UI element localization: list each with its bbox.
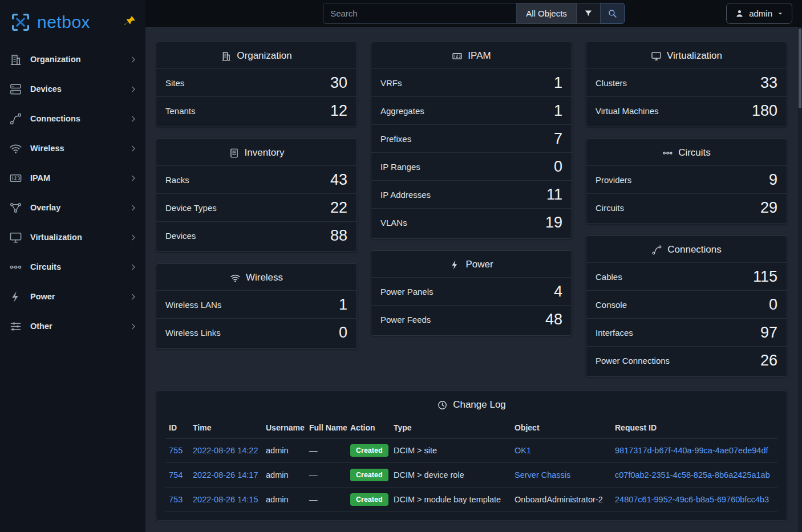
sidebar-item-devices[interactable]: Devices bbox=[0, 74, 145, 104]
stat-value: 1 bbox=[339, 296, 347, 314]
stat-row-vrfs[interactable]: VRFs 1 bbox=[371, 68, 572, 96]
changelog-request-id-link[interactable]: c07f0ab2-2351-4c58-825a-8b6a2425a1ab bbox=[615, 470, 770, 480]
stat-row-tenants[interactable]: Tenants 12 bbox=[156, 96, 357, 124]
sidebar-item-label: Overlay bbox=[30, 203, 121, 212]
sidebar-item-organization[interactable]: Organization bbox=[0, 44, 145, 74]
card-title: Connections bbox=[667, 244, 722, 255]
sidebar-item-power[interactable]: Power bbox=[0, 282, 145, 311]
col-header-full-name: Full Name bbox=[306, 419, 347, 438]
col-header-time: Time bbox=[189, 419, 262, 438]
sidebar-item-ipam[interactable]: IPAM bbox=[0, 163, 145, 193]
stat-row-clusters[interactable]: Clusters 33 bbox=[586, 68, 787, 96]
sidebar-item-wireless[interactable]: Wireless bbox=[0, 133, 145, 163]
stat-row-device-types[interactable]: Device Types 22 bbox=[156, 193, 357, 221]
virtualization-card: Virtualization Clusters 33 Virtual Machi… bbox=[586, 42, 787, 127]
stat-row-prefixes[interactable]: Prefixes 7 bbox=[371, 124, 572, 152]
stat-row-ip-ranges[interactable]: IP Ranges 0 bbox=[371, 152, 572, 180]
filter-button[interactable] bbox=[577, 3, 601, 24]
changelog-request-id-link[interactable]: 9817317d-b67f-440a-99ca-4ae07ede94df bbox=[615, 446, 768, 455]
stat-row-wireless-links[interactable]: Wireless Links 0 bbox=[156, 318, 357, 346]
chevron-right-icon bbox=[129, 293, 137, 301]
stat-value: 22 bbox=[330, 199, 347, 217]
stat-value: 88 bbox=[330, 227, 347, 245]
stat-row-cables[interactable]: Cables 115 bbox=[586, 262, 787, 290]
stat-row-ip-addresses[interactable]: IP Addresses 11 bbox=[371, 180, 572, 208]
action-badge: Created bbox=[350, 493, 388, 506]
scrollbar-thumb[interactable] bbox=[799, 29, 801, 108]
global-search: All Objects bbox=[323, 3, 625, 24]
card-title: Organization bbox=[237, 50, 291, 62]
changelog-full-name: — bbox=[306, 463, 347, 488]
card-header: Inventory bbox=[156, 139, 357, 165]
stat-row-racks[interactable]: Racks 43 bbox=[156, 165, 357, 193]
chevron-right-icon bbox=[129, 115, 137, 123]
stat-value: 9 bbox=[769, 171, 777, 189]
user-menu-button[interactable]: admin bbox=[726, 3, 792, 24]
sidebar-item-overlay[interactable]: Overlay bbox=[0, 193, 145, 222]
card-title: Inventory bbox=[245, 147, 285, 159]
sidebar-item-other[interactable]: Other bbox=[0, 311, 145, 341]
stat-label: Sites bbox=[165, 78, 184, 88]
stat-value: 12 bbox=[330, 102, 347, 120]
netbox-logo[interactable]: netbox bbox=[9, 11, 90, 34]
counter-icon bbox=[452, 51, 463, 62]
stat-row-power-connections[interactable]: Power Connections 26 bbox=[586, 346, 787, 374]
circuits-card: Circuits Providers 9 Circuits 29 bbox=[586, 139, 787, 224]
stat-row-console[interactable]: Console 0 bbox=[586, 290, 787, 318]
stat-row-interfaces[interactable]: Interfaces 97 bbox=[586, 318, 787, 346]
changelog-time-link[interactable]: 2022-08-26 14:15 bbox=[193, 495, 258, 504]
sidebar-item-connections[interactable]: Connections bbox=[0, 104, 145, 133]
stat-label: Tenants bbox=[165, 106, 196, 116]
col-header-request-id: Request ID bbox=[611, 419, 777, 438]
stat-value: 26 bbox=[760, 352, 777, 369]
stat-row-circuits[interactable]: Circuits 29 bbox=[586, 193, 787, 221]
stat-label: IP Addresses bbox=[380, 190, 431, 200]
building-icon bbox=[9, 53, 22, 66]
changelog-id-link[interactable]: 754 bbox=[169, 470, 183, 480]
changelog-object-link[interactable]: OK1 bbox=[515, 446, 531, 455]
sidebar-item-label: IPAM bbox=[30, 173, 121, 182]
changelog-object-link[interactable]: Server Chassis bbox=[515, 470, 570, 480]
sidebar-pin-icon[interactable] bbox=[123, 14, 137, 29]
changelog-time-link[interactable]: 2022-08-26 14:22 bbox=[193, 446, 258, 455]
sidebar: netbox Organization Devices Connections … bbox=[0, 0, 145, 532]
flash-icon bbox=[449, 259, 460, 270]
col-header-username: Username bbox=[262, 419, 306, 438]
stat-row-providers[interactable]: Providers 9 bbox=[586, 165, 787, 193]
caret-down-icon bbox=[777, 10, 784, 17]
stat-value: 43 bbox=[330, 171, 347, 189]
stat-row-virtual-machines[interactable]: Virtual Machines 180 bbox=[586, 96, 787, 124]
sidebar-item-circuits[interactable]: Circuits bbox=[0, 252, 145, 282]
scrollbar-track[interactable] bbox=[798, 27, 802, 532]
stat-row-devices[interactable]: Devices 88 bbox=[156, 221, 357, 249]
stat-value: 0 bbox=[554, 158, 562, 176]
changelog-full-name: — bbox=[306, 488, 347, 512]
stat-row-power-panels[interactable]: Power Panels 4 bbox=[371, 277, 572, 305]
changelog-id-link[interactable]: 755 bbox=[169, 446, 183, 455]
stat-row-wireless-lans[interactable]: Wireless LANs 1 bbox=[156, 290, 357, 318]
stat-row-aggregates[interactable]: Aggregates 1 bbox=[371, 96, 572, 124]
sidebar-item-virtualization[interactable]: Virtualization bbox=[0, 222, 145, 252]
user-name: admin bbox=[749, 9, 772, 18]
card-header: Connections bbox=[586, 236, 787, 262]
stat-value: 7 bbox=[554, 130, 562, 148]
tune-icon bbox=[9, 320, 22, 333]
flash-icon bbox=[9, 290, 22, 303]
changelog-id-link[interactable]: 753 bbox=[169, 495, 183, 504]
changelog-time-link[interactable]: 2022-08-26 14:17 bbox=[193, 470, 258, 480]
stat-row-power-feeds[interactable]: Power Feeds 48 bbox=[371, 305, 572, 333]
search-input[interactable] bbox=[323, 3, 517, 24]
search-submit-button[interactable] bbox=[601, 3, 625, 24]
server-icon bbox=[9, 83, 22, 96]
object-type-dropdown[interactable]: All Objects bbox=[517, 3, 577, 24]
stat-label: Racks bbox=[165, 175, 189, 185]
stat-label: Devices bbox=[165, 231, 196, 241]
col-header-object: Object bbox=[511, 419, 611, 438]
stat-value: 180 bbox=[752, 102, 777, 120]
changelog-type: DCIM > module bay template bbox=[390, 488, 511, 512]
stat-label: VLANs bbox=[380, 218, 407, 228]
stat-row-sites[interactable]: Sites 30 bbox=[156, 68, 357, 96]
changelog-request-id-link[interactable]: 24807c61-9952-49c6-b8a5-69760bfcc4b3 bbox=[615, 495, 769, 504]
stat-row-vlans[interactable]: VLANs 19 bbox=[371, 208, 572, 236]
stat-card-grid: Organization Sites 30 Tenants 12 Invento… bbox=[156, 42, 787, 377]
